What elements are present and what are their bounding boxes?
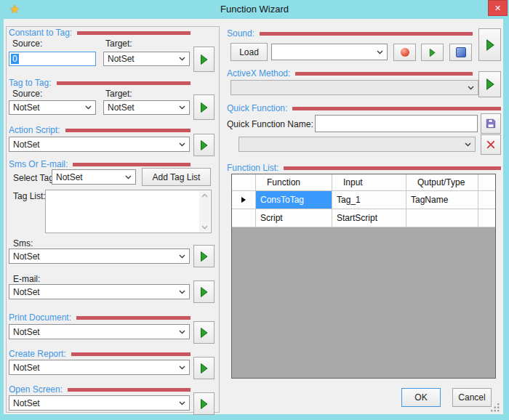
sound-play-button[interactable] xyxy=(421,44,444,61)
tagtotag-target-select[interactable]: NotSet xyxy=(103,100,190,115)
grid-header-filler xyxy=(478,174,495,191)
combo-value: NotSet xyxy=(13,363,40,373)
chevron-down-icon xyxy=(377,50,383,54)
grid-cell-input[interactable]: StartScript xyxy=(332,209,406,227)
section-label: Sms Or E-mail: xyxy=(9,159,68,169)
grid-cell-function[interactable]: ConsToTag xyxy=(256,191,332,209)
constant-source-input[interactable]: 0 xyxy=(9,52,96,66)
grid-column-header-output[interactable]: Qutput/Type xyxy=(406,174,478,191)
sound-load-button[interactable]: Load xyxy=(231,43,268,61)
scroll-up-icon[interactable] xyxy=(201,193,208,198)
cancel-button[interactable]: Cancel xyxy=(452,388,492,407)
print-document-run-button[interactable] xyxy=(193,321,215,344)
grid-corner-header[interactable] xyxy=(232,174,256,191)
combo-value: NotSet xyxy=(13,287,40,297)
tagtotag-source-label: Source: xyxy=(12,89,42,99)
tagtotag-target-label: Target: xyxy=(105,89,132,99)
section-open-screen: Open Screen: xyxy=(9,384,191,395)
section-constant-to-tag: Constant to Tag: xyxy=(9,28,191,38)
chevron-down-icon xyxy=(179,254,185,259)
close-button[interactable]: ✕ xyxy=(488,0,508,16)
quick-function-delete-button[interactable] xyxy=(481,134,501,155)
chevron-down-icon xyxy=(85,105,92,110)
create-report-run-button[interactable] xyxy=(193,357,215,379)
email-run-button[interactable] xyxy=(193,280,215,303)
grid-cell-function[interactable]: Script xyxy=(256,209,332,227)
section-create-report: Create Report: xyxy=(9,349,191,359)
sms-select[interactable]: NotSet xyxy=(9,249,190,264)
play-icon xyxy=(428,48,436,57)
chevron-down-icon xyxy=(179,366,185,370)
tag-list-box[interactable] xyxy=(45,190,212,233)
add-tag-list-button[interactable]: Add Tag List xyxy=(142,168,211,186)
chevron-down-icon xyxy=(125,175,132,179)
section-rule xyxy=(284,166,501,170)
tag-list-scrollbar[interactable] xyxy=(199,191,210,232)
button-label: Cancel xyxy=(458,392,485,403)
play-icon xyxy=(199,398,209,410)
select-tag-select[interactable]: NotSet xyxy=(52,169,136,185)
sound-file-select[interactable] xyxy=(271,44,388,60)
section-rule xyxy=(57,81,191,85)
activex-method-select[interactable] xyxy=(231,80,478,95)
section-label: ActiveX Method: xyxy=(227,68,290,78)
constant-target-label: Target: xyxy=(105,39,132,49)
section-sound: Sound: xyxy=(227,28,473,39)
sms-label: Sms: xyxy=(13,238,33,249)
tagtotag-source-select[interactable]: NotSet xyxy=(9,100,96,115)
ok-button[interactable]: OK xyxy=(401,388,441,407)
resize-grip[interactable] xyxy=(491,403,500,413)
section-rule xyxy=(260,32,473,36)
section-tag-to-tag: Tag to Tag: xyxy=(9,78,191,88)
play-icon xyxy=(199,140,209,151)
play-icon xyxy=(199,363,209,374)
action-script-run-button[interactable] xyxy=(193,134,215,156)
combo-value: NotSet xyxy=(13,140,40,150)
section-label: Function List: xyxy=(227,163,278,173)
tagtotag-run-button[interactable] xyxy=(193,94,215,120)
grid-cell-output[interactable] xyxy=(406,209,478,227)
constant-run-button[interactable] xyxy=(193,47,215,72)
grid-cell-input[interactable]: Tag_1 xyxy=(332,191,406,209)
email-select[interactable]: NotSet xyxy=(9,284,190,299)
window-title: Function Wizard xyxy=(0,4,509,15)
section-rule xyxy=(71,352,191,356)
sound-stop-button[interactable] xyxy=(449,44,472,61)
quick-function-name-input[interactable] xyxy=(315,115,478,132)
scroll-down-icon[interactable] xyxy=(201,225,208,230)
print-document-select[interactable]: NotSet xyxy=(9,324,190,339)
chevron-down-icon xyxy=(179,330,185,334)
quick-function-select[interactable] xyxy=(239,137,476,152)
activex-run-button[interactable] xyxy=(478,71,501,97)
section-rule xyxy=(292,107,501,110)
selected-text: 0 xyxy=(11,54,19,64)
title-bar[interactable]: ★ Function Wizard ✕ xyxy=(0,0,509,19)
grid-cell-output[interactable]: TagName xyxy=(406,191,478,209)
sound-record-button[interactable] xyxy=(393,44,416,61)
grid-row-filler xyxy=(478,209,495,227)
section-label: Print Document: xyxy=(9,312,71,323)
constant-source-label: Source: xyxy=(12,39,42,49)
action-script-select[interactable]: NotSet xyxy=(9,137,190,152)
grid-row-selector[interactable] xyxy=(232,209,256,227)
quick-function-save-button[interactable] xyxy=(481,113,501,134)
constant-target-select[interactable]: NotSet xyxy=(103,52,190,66)
chevron-down-icon xyxy=(179,57,185,61)
grid-column-header-input[interactable]: Input xyxy=(332,174,406,191)
section-rule xyxy=(77,31,191,35)
open-screen-select[interactable]: NotSet xyxy=(9,395,190,411)
combo-value: NotSet xyxy=(13,102,40,113)
row-arrow-icon xyxy=(241,196,247,203)
grid-row-selector[interactable] xyxy=(232,191,256,209)
open-screen-run-button[interactable] xyxy=(193,392,215,415)
sound-run-button[interactable] xyxy=(478,28,501,61)
section-label: Constant to Tag: xyxy=(9,28,72,38)
create-report-select[interactable]: NotSet xyxy=(9,360,190,375)
grid-column-header-function[interactable]: Function xyxy=(256,174,332,191)
play-icon xyxy=(485,39,495,52)
sms-run-button[interactable] xyxy=(193,245,215,267)
section-quick-function: Quick Function: xyxy=(227,103,501,113)
section-function-list: Function List: xyxy=(227,163,501,173)
section-activex-method: ActiveX Method: xyxy=(227,68,473,78)
section-label: Sound: xyxy=(227,28,254,39)
